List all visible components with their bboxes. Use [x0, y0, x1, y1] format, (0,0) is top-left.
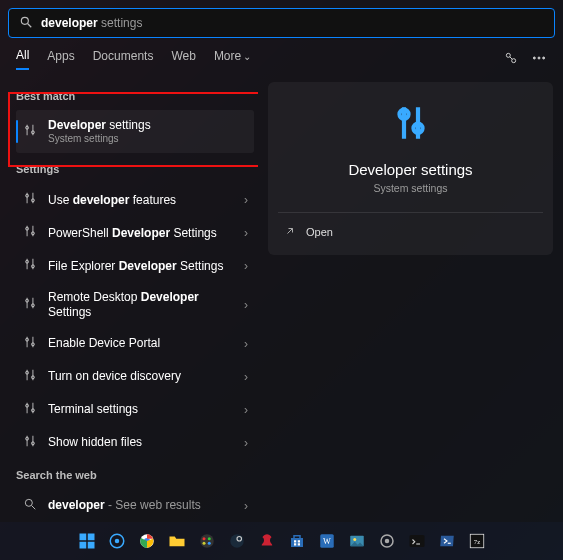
chevron-right-icon: ›: [244, 499, 248, 513]
svg-point-43: [25, 500, 32, 507]
svg-point-54: [114, 539, 119, 544]
result-title: PowerShell Developer Settings: [48, 226, 234, 240]
preview-open-action[interactable]: Open: [278, 221, 543, 243]
chevron-right-icon: ›: [244, 370, 248, 384]
svg-rect-66: [294, 543, 296, 545]
more-options-icon[interactable]: [531, 50, 547, 69]
taskbar-terminal-icon[interactable]: [406, 530, 428, 552]
settings-result-row[interactable]: Use developer features›: [16, 183, 254, 216]
section-settings: Settings: [16, 163, 254, 175]
sliders-icon: [22, 296, 38, 313]
svg-point-71: [353, 538, 356, 541]
svg-line-44: [32, 506, 36, 510]
svg-point-62: [230, 534, 244, 548]
tab-documents[interactable]: Documents: [93, 49, 154, 69]
svg-point-6: [543, 57, 545, 59]
taskbar-start-icon[interactable]: [76, 530, 98, 552]
selection-indicator: [16, 120, 18, 143]
open-label: Open: [306, 226, 333, 238]
search-query-text: developer settings: [41, 16, 142, 30]
svg-point-73: [384, 539, 389, 544]
svg-rect-52: [87, 542, 94, 549]
result-title: Use developer features: [48, 193, 234, 207]
taskbar-app-icon[interactable]: [196, 530, 218, 552]
tab-apps[interactable]: Apps: [47, 49, 74, 69]
filter-tabs: All Apps Documents Web More⌄: [8, 38, 555, 78]
svg-point-61: [207, 542, 210, 545]
result-title: Show hidden files: [48, 435, 234, 449]
web-result-row[interactable]: developer - See web results ›: [16, 489, 254, 514]
preview-column: Developer settings System settings Open: [258, 78, 555, 514]
svg-rect-67: [297, 543, 299, 545]
settings-result-row[interactable]: Enable Device Portal›: [16, 327, 254, 360]
result-title: Enable Device Portal: [48, 336, 234, 350]
svg-rect-64: [294, 540, 296, 542]
svg-text:7z: 7z: [473, 538, 479, 545]
chevron-right-icon: ›: [244, 259, 248, 273]
taskbar-app-icon[interactable]: [106, 530, 128, 552]
start-search-panel: developer settings All Apps Documents We…: [0, 0, 563, 522]
sliders-icon: [22, 368, 38, 385]
sliders-icon: [22, 401, 38, 418]
search-box[interactable]: developer settings: [8, 8, 555, 38]
settings-result-row[interactable]: File Explorer Developer Settings›: [16, 249, 254, 282]
taskbar-powershell-icon[interactable]: [436, 530, 458, 552]
settings-result-row[interactable]: PowerShell Developer Settings›: [16, 216, 254, 249]
search-icon: [22, 497, 38, 514]
chevron-right-icon: ›: [244, 403, 248, 417]
developer-sliders-icon: [390, 102, 432, 147]
svg-point-57: [200, 534, 214, 548]
tab-all[interactable]: All: [16, 48, 29, 70]
taskbar-app-icon[interactable]: W: [316, 530, 338, 552]
sliders-icon: [22, 335, 38, 352]
taskbar-app-icon[interactable]: [256, 530, 278, 552]
svg-point-59: [207, 537, 210, 540]
taskbar-settings-icon[interactable]: [376, 530, 398, 552]
svg-point-60: [202, 542, 205, 545]
sliders-icon: [22, 123, 38, 140]
settings-result-row[interactable]: Remote Desktop Developer Settings›: [16, 282, 254, 327]
svg-point-5: [538, 57, 540, 59]
chevron-right-icon: ›: [244, 298, 248, 312]
web-result-text: developer - See web results: [48, 498, 234, 512]
tab-tools: [503, 50, 547, 69]
preview-title: Developer settings: [348, 161, 472, 178]
svg-rect-65: [297, 540, 299, 542]
results-column: Best match Developer settings System set…: [8, 78, 258, 514]
sliders-icon: [22, 434, 38, 451]
chevron-down-icon: ⌄: [243, 51, 251, 62]
taskbar-sevenzip-icon[interactable]: 7z: [466, 530, 488, 552]
chevron-right-icon: ›: [244, 193, 248, 207]
svg-point-4: [533, 57, 535, 59]
svg-rect-74: [409, 535, 424, 547]
taskbar: W 7z: [0, 522, 563, 560]
account-connect-icon[interactable]: [503, 50, 519, 69]
svg-text:W: W: [323, 537, 331, 546]
best-match-result[interactable]: Developer settings System settings: [16, 110, 254, 153]
section-best-match: Best match: [16, 90, 254, 102]
sliders-icon: [22, 191, 38, 208]
result-title: Turn on device discovery: [48, 369, 234, 383]
preview-card: Developer settings System settings Open: [268, 82, 553, 255]
sliders-icon: [22, 257, 38, 274]
taskbar-file-explorer-icon[interactable]: [166, 530, 188, 552]
tab-more[interactable]: More⌄: [214, 49, 251, 69]
svg-line-1: [28, 23, 32, 27]
tab-web[interactable]: Web: [171, 49, 195, 69]
section-search-web: Search the web: [16, 469, 254, 481]
svg-point-0: [21, 17, 28, 24]
divider: [278, 212, 543, 213]
settings-result-row[interactable]: Show hidden files›: [16, 426, 254, 459]
preview-subtitle: System settings: [373, 182, 447, 194]
taskbar-app-icon[interactable]: [226, 530, 248, 552]
sliders-icon: [22, 224, 38, 241]
chevron-right-icon: ›: [244, 226, 248, 240]
settings-result-row[interactable]: Terminal settings›: [16, 393, 254, 426]
result-title: Remote Desktop Developer Settings: [48, 290, 234, 319]
chevron-right-icon: ›: [244, 337, 248, 351]
settings-result-row[interactable]: Turn on device discovery›: [16, 360, 254, 393]
taskbar-chrome-icon[interactable]: [136, 530, 158, 552]
taskbar-photos-icon[interactable]: [346, 530, 368, 552]
taskbar-store-icon[interactable]: [286, 530, 308, 552]
svg-rect-50: [87, 534, 94, 541]
